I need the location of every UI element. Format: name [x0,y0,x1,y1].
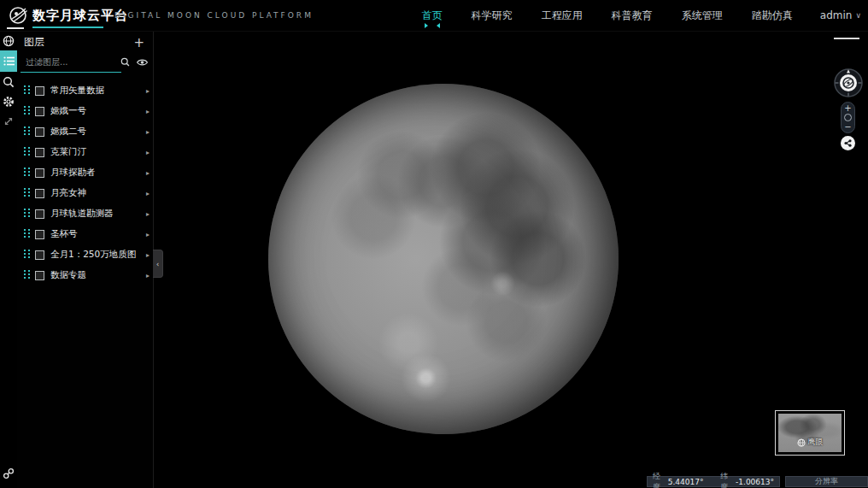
nav-tab-science[interactable]: 科学研究 [470,7,514,25]
moon-globe[interactable] [268,84,619,434]
drag-handle-icon[interactable] [24,250,30,260]
layer-checkbox[interactable] [35,107,44,116]
chevron-right-icon[interactable]: ▸ [146,169,150,177]
add-layer-button[interactable]: + [132,38,146,48]
nav-tab-home[interactable]: 首页 [420,7,444,25]
drag-handle-icon[interactable] [24,209,30,219]
app-header: 数字月球云平台 DIGITAL MOON CLOUD PLATFORM 首页 科… [0,0,868,32]
layer-row[interactable]: 常用矢量数据 ▸ [17,80,153,101]
search-icon[interactable] [120,57,130,67]
layers-panel: 图层 + 常用矢量数据 ▸ [17,31,154,488]
drag-handle-icon[interactable] [24,106,30,116]
layer-row[interactable]: 嫦娥二号 ▸ [17,121,153,142]
layer-label: 嫦娥一号 [50,105,144,117]
user-underline [834,38,859,39]
layer-row[interactable]: 月球探勘者 ▸ [17,162,153,183]
longitude-value: 5.44017° [668,478,704,486]
layers-panel-title: 图层 [24,35,44,50]
layer-row[interactable]: 数据专题 ▸ [17,265,153,285]
layer-checkbox[interactable] [35,209,44,219]
layer-checkbox[interactable] [35,230,44,239]
drag-handle-icon[interactable] [24,229,30,239]
longitude-label: 经度 [653,471,664,488]
resolution-status: 分辨率 [785,476,868,487]
drag-handle-icon[interactable] [24,270,30,280]
layer-checkbox[interactable] [35,189,44,198]
layer-row[interactable]: 克莱门汀 ▸ [17,142,153,162]
latitude-value: -1.00613° [736,478,774,486]
nav-tab-label: 首页 [422,9,443,21]
chevron-right-icon[interactable]: ▸ [146,149,150,156]
layer-row[interactable]: 全月1：250万地质图 ▸ [17,244,153,265]
layer-row[interactable]: 月球轨道勘测器 ▸ [17,203,153,224]
drag-handle-icon[interactable] [24,147,30,157]
user-name: admin [820,9,853,21]
chevron-right-icon[interactable]: ▸ [146,108,150,115]
zoom-control: + − [841,102,855,133]
logo-underline [7,27,24,29]
zoom-out-button[interactable]: − [844,123,851,131]
nav-tab-survey-sim[interactable]: 踏勘仿真 [750,7,795,25]
layer-label: 数据专题 [50,269,144,281]
latitude-label: 纬度 [720,471,731,488]
chevron-right-icon[interactable]: ▸ [146,231,150,238]
chevron-right-icon[interactable]: ▸ [146,272,150,279]
layer-row[interactable]: 嫦娥一号 ▸ [17,101,153,121]
layer-checkbox[interactable] [35,86,44,96]
share-icon[interactable] [841,136,855,150]
layer-checkbox[interactable] [35,271,44,280]
sidebar-icon-rail [0,31,17,488]
layer-label: 月亮女神 [50,187,144,199]
nav-tab-education[interactable]: 科普教育 [610,7,654,25]
chevron-right-icon[interactable]: ▸ [146,128,150,136]
search-icon[interactable] [0,72,17,91]
gear-icon[interactable] [0,91,17,111]
chevron-down-icon: ∨ [855,11,861,20]
layer-checkbox[interactable] [35,127,44,137]
chevron-right-icon[interactable]: ▸ [146,87,150,95]
layer-label: 月球轨道勘测器 [50,208,144,220]
drag-handle-icon[interactable] [24,126,30,137]
layers-list-icon[interactable] [0,50,17,72]
filter-underline [21,72,121,73]
coordinates-status: 经度 5.44017° 纬度 -1.00613° [647,476,780,487]
panel-collapse-button[interactable]: ‹ [153,250,163,278]
drag-handle-icon[interactable] [24,188,30,198]
layer-label: 常用矢量数据 [50,85,144,97]
layer-checkbox[interactable] [35,168,44,178]
resolution-label: 分辨率 [815,476,838,487]
compass-gyro-icon[interactable] [833,68,864,98]
eye-icon[interactable] [137,58,148,67]
reset-circle-icon[interactable] [844,114,852,121]
overview-minimap[interactable]: 鹰眼 [775,410,845,456]
zoom-in-button[interactable]: + [844,104,851,112]
layer-label: 全月1：250万地质图 [50,249,144,261]
globe-icon [797,438,806,447]
layer-row[interactable]: 月亮女神 ▸ [17,183,153,203]
main-nav: 首页 科学研究 工程应用 科普教育 系统管理 踏勘仿真 admin ∨ [420,0,861,31]
chevron-right-icon[interactable]: ▸ [146,190,150,197]
user-menu[interactable]: admin ∨ [820,9,861,21]
globe-icon[interactable] [0,31,17,50]
layer-checkbox[interactable] [35,250,44,260]
page-subtitle: DIGITAL MOON CLOUD PLATFORM [114,11,314,20]
layer-filter-input[interactable] [24,56,121,68]
link-icon[interactable] [0,463,17,483]
layer-checkbox[interactable] [35,148,44,157]
chevron-right-icon[interactable]: ▸ [146,210,150,218]
minimap-label-text: 鹰眼 [808,437,824,448]
minimap-label: 鹰眼 [776,437,844,448]
layer-row[interactable]: 圣杯号 ▸ [17,224,153,244]
nav-tab-engineering[interactable]: 工程应用 [540,7,584,25]
nav-tab-system[interactable]: 系统管理 [680,7,724,25]
layer-label: 月球探勘者 [50,167,144,179]
chevron-right-icon[interactable]: ▸ [146,251,150,259]
active-tab-indicator [423,22,442,29]
drag-handle-icon[interactable] [24,168,30,178]
expand-icon[interactable] [0,111,17,131]
layer-label: 嫦娥二号 [50,126,144,138]
title-accent-underline [32,26,103,28]
moon-swirl-icon [8,5,28,26]
drag-handle-icon[interactable] [24,85,30,96]
layer-label: 克莱门汀 [50,146,144,158]
